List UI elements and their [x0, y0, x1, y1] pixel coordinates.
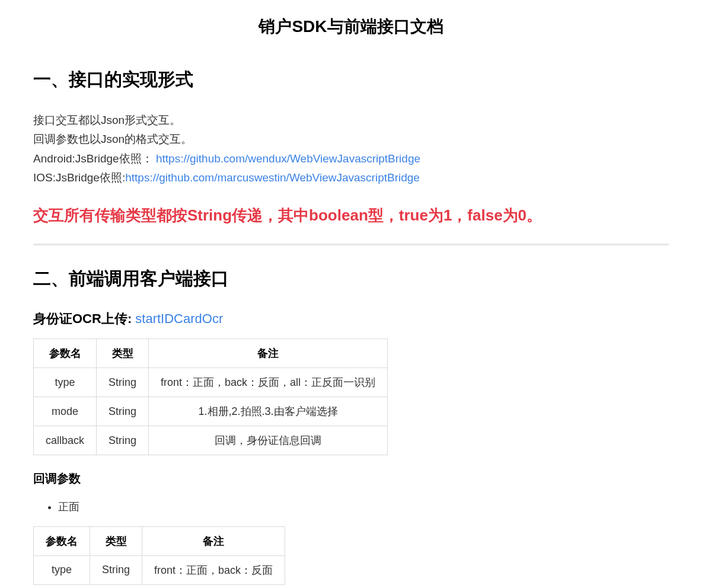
intro-line-4-prefix: IOS:JsBridge依照:	[33, 171, 125, 184]
intro-line-3: Android:JsBridge依照： https://github.com/w…	[33, 149, 669, 168]
td-param-name: mode	[34, 397, 97, 426]
td-param-name: callback	[34, 426, 97, 455]
th-remark: 备注	[149, 339, 388, 368]
intro-line-1: 接口交互都以Json形式交互。	[33, 111, 669, 130]
td-param-name: type	[34, 555, 90, 584]
warning-text: 交互所有传输类型都按String传递，其中boolean型，true为1，fal…	[33, 204, 669, 227]
table-row: type String front：正面，back：反面，all：正反面一识别	[34, 368, 388, 397]
table-row: mode String 1.相册,2.拍照.3.由客户端选择	[34, 397, 388, 426]
td-remark: 1.相册,2.拍照.3.由客户端选择	[149, 397, 388, 426]
bullet-list: 正面	[33, 498, 669, 516]
th-type: 类型	[97, 339, 149, 368]
android-jsbridge-link[interactable]: https://github.com/wendux/WebViewJavascr…	[156, 152, 420, 165]
document-title: 销户SDK与前端接口文档	[33, 15, 669, 38]
td-param-name: type	[34, 368, 97, 397]
intro-line-2: 回调参数也以Json的格式交互。	[33, 130, 669, 149]
td-type: String	[97, 397, 149, 426]
table-row: callback String 回调，身份证信息回调	[34, 426, 388, 455]
th-param-name: 参数名	[34, 339, 97, 368]
section-1-intro: 接口交互都以Json形式交互。 回调参数也以Json的格式交互。 Android…	[33, 111, 669, 187]
th-type: 类型	[90, 526, 142, 555]
ios-jsbridge-link[interactable]: https://github.com/marcuswestin/WebViewJ…	[125, 171, 420, 184]
section-2-heading: 二、前端调用客户端接口	[33, 267, 669, 291]
subsection-ocr-label: 身份证OCR上传:	[33, 311, 135, 326]
section-1-heading: 一、接口的实现形式	[33, 68, 669, 92]
td-type: String	[90, 555, 142, 584]
callback-heading: 回调参数	[33, 471, 669, 487]
list-item: 正面	[58, 498, 669, 516]
method-name: startIDCardOcr	[135, 311, 223, 326]
th-remark: 备注	[142, 526, 285, 555]
td-remark: front：正面，back：反面，all：正反面一识别	[149, 368, 388, 397]
th-param-name: 参数名	[34, 526, 90, 555]
subsection-ocr-heading: 身份证OCR上传: startIDCardOcr	[33, 310, 669, 328]
td-type: String	[97, 368, 149, 397]
intro-line-4: IOS:JsBridge依照:https://github.com/marcus…	[33, 168, 669, 187]
table-row: type String front：正面，back：反面	[34, 555, 285, 584]
table-header-row: 参数名 类型 备注	[34, 339, 388, 368]
intro-line-3-prefix: Android:JsBridge依照：	[33, 152, 153, 165]
param-table-2: 参数名 类型 备注 type String front：正面，back：反面	[33, 526, 285, 585]
param-table-1: 参数名 类型 备注 type String front：正面，back：反面，a…	[33, 338, 388, 455]
td-type: String	[97, 426, 149, 455]
td-remark: 回调，身份证信息回调	[149, 426, 388, 455]
section-divider	[33, 244, 669, 245]
table-header-row: 参数名 类型 备注	[34, 526, 285, 555]
td-remark: front：正面，back：反面	[142, 555, 285, 584]
